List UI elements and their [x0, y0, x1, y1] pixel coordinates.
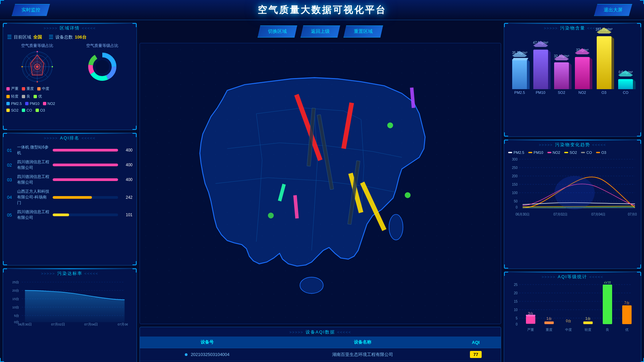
legend-co-trend: CO — [581, 150, 592, 155]
device-total-value: 106台 — [75, 34, 87, 40]
svg-text:300: 300 — [512, 158, 518, 161]
bar-chart-3d: 35.7ug/m³ PM2.5 47.6ug/m³ — [504, 33, 641, 106]
legend-so2-trend: SO2 — [564, 150, 577, 155]
svg-text:250: 250 — [512, 166, 518, 170]
svg-text:07月02日: 07月02日 — [51, 322, 65, 326]
pollution-content-title: 污染物含量 — [504, 23, 641, 33]
header: 实时监控 空气质量大数据可视化平台 退出大屏 — [0, 0, 644, 20]
legend-excellent: 优 — [34, 94, 42, 99]
svg-text:15: 15 — [514, 300, 518, 303]
current-area-value: 全国 — [33, 34, 42, 40]
svg-text:5: 5 — [516, 316, 518, 320]
rank-bar-1 — [53, 149, 118, 152]
legend-good: 良 — [22, 94, 30, 99]
legend-no2-trend: NO2 — [547, 150, 560, 155]
svg-rect-100 — [622, 305, 632, 324]
exit-fullscreen-button[interactable]: 退出大屏 — [594, 4, 632, 16]
svg-text:7台: 7台 — [624, 301, 630, 305]
col-device-id: 设备号 — [140, 337, 274, 348]
svg-rect-53 — [140, 44, 501, 323]
bar-pm25: 35.7ug/m³ PM2.5 — [512, 51, 527, 95]
svg-text:50: 50 — [514, 199, 518, 203]
chart1-label: 空气质量等级占比 — [6, 43, 68, 49]
svg-marker-57 — [575, 48, 590, 54]
quality-charts-row: 空气质量等级占比 — [3, 42, 137, 85]
svg-text:10台: 10台 — [12, 305, 19, 309]
svg-rect-96 — [583, 321, 593, 324]
radar-chart — [20, 50, 54, 83]
svg-marker-55 — [533, 41, 548, 47]
pollution-rate-panel: 污染达标率 25台 20台 15台 10台 5台 0台 — [3, 268, 137, 362]
legend-pm10: PM10 — [25, 102, 40, 106]
table-row: 2021032503104004 湖南百亚生态环境工程有限公司 77 — [140, 348, 501, 361]
rank-bar-5 — [53, 214, 69, 216]
table-row: 2021022503104014 龙溪微站 65 — [140, 361, 501, 362]
pollution-content-panel: 污染物含量 35.7ug/m³ PM2. — [504, 23, 641, 137]
svg-marker-11 — [31, 55, 44, 75]
bar-no2: 37ug/m³ NO2 — [575, 48, 590, 95]
svg-text:0台: 0台 — [566, 319, 571, 323]
aqi-level-chart: 25 20 15 10 5 0 3台 1台 0台 1台 — [504, 281, 637, 340]
legend-o3-trend: O3 — [596, 150, 606, 155]
aqi-ranking-title: AQI排名 — [3, 133, 137, 142]
aqi-badge: 77 — [470, 351, 481, 358]
svg-text:1台: 1台 — [585, 317, 591, 320]
area-info-row: ☰ 目前区域 全国 ☰ 设备总数 106台 — [3, 33, 137, 42]
chart2-label: 空气质量等级占比 — [71, 43, 133, 49]
svg-marker-59 — [618, 70, 633, 76]
aqi-level-stats-panel: AQI等级统计 25 20 15 10 5 0 3台 — [504, 272, 641, 362]
svg-rect-89 — [526, 316, 535, 324]
svg-text:中度: 中度 — [565, 328, 572, 331]
svg-text:重度: 重度 — [546, 328, 552, 331]
donut-chart-item: 空气质量等级占比 — [71, 43, 133, 83]
svg-text:100: 100 — [512, 191, 518, 195]
radar-chart-item: 空气质量等级占比 — [6, 43, 68, 83]
bar-co: 0.6mg/m³ CO — [618, 70, 633, 95]
pollution-rate-chart: 25台 20台 15台 10台 5台 0台 06月30日 07月0 — [3, 278, 130, 326]
realtime-monitor-button[interactable]: 实时监控 — [12, 4, 50, 16]
svg-point-21 — [96, 60, 109, 73]
reset-area-button[interactable]: 重置区域 — [343, 25, 383, 38]
svg-text:07月04日: 07月04日 — [84, 322, 98, 326]
device-aqi-title: 设备AQI数据 — [140, 327, 501, 337]
rank-bar-2 — [53, 164, 118, 166]
legend-medium: 中度 — [37, 86, 49, 91]
area-details-title: 区域详情 — [3, 23, 137, 33]
svg-marker-58 — [597, 27, 611, 34]
svg-text:良: 良 — [606, 328, 609, 331]
switch-area-button[interactable]: 切换区域 — [258, 25, 297, 38]
aqi-level-stats-title: AQI等级统计 — [504, 272, 641, 281]
back-button[interactable]: 返回上级 — [301, 25, 340, 38]
china-map[interactable] — [140, 43, 501, 324]
svg-text:20: 20 — [514, 291, 518, 295]
legend-heavy: 重度 — [22, 86, 34, 91]
legend-light: 轻度 — [6, 94, 18, 99]
svg-text:06月30日: 06月30日 — [516, 213, 530, 216]
rank-item-1: 01 一体机 微型站6参机 400 — [3, 143, 137, 157]
legend-row-4: SO2 CO O3 — [3, 107, 137, 114]
svg-text:07月06日: 07月06日 — [628, 213, 637, 216]
svg-point-14 — [21, 66, 23, 67]
col-device-name: 设备名称 — [274, 337, 451, 348]
rank-list: 01 一体机 微型站6参机 400 02 四川德润信息工程有限公司 400 — [3, 143, 137, 222]
rank-bar-4 — [53, 196, 92, 199]
svg-rect-92 — [544, 321, 554, 324]
rank-item-5: 05 四川德润信息工程有限公司 101 — [3, 208, 137, 222]
row-dot — [185, 353, 187, 356]
rank-item-3: 03 四川德润信息工程有限公司 400 — [3, 173, 137, 187]
area-details-panel: 区域详情 ☰ 目前区域 全国 ☰ 设备总数 106台 空气质量等级占比 — [3, 23, 137, 130]
bar-pm10: 47.6ug/m³ PM10 — [533, 41, 548, 95]
svg-point-15 — [52, 66, 53, 67]
pollution-trend-title: 污染物变化趋势 — [504, 140, 641, 149]
svg-text:5台: 5台 — [14, 314, 19, 317]
svg-text:20台: 20台 — [12, 289, 19, 292]
svg-text:07月04日: 07月04日 — [591, 213, 605, 216]
center-bottom: 设备AQI数据 设备号 设备名称 AQI 20210325 — [140, 327, 501, 362]
svg-text:25: 25 — [514, 283, 518, 287]
svg-text:07月02日: 07月02日 — [553, 213, 568, 216]
svg-text:10: 10 — [514, 308, 518, 312]
rank-item-4: 04 山西正方人和科技有限公司-科场南门 242 — [3, 187, 137, 207]
pollution-rate-title: 污染达标率 — [3, 268, 137, 278]
svg-text:150: 150 — [512, 183, 518, 186]
svg-text:严重: 严重 — [527, 328, 534, 331]
